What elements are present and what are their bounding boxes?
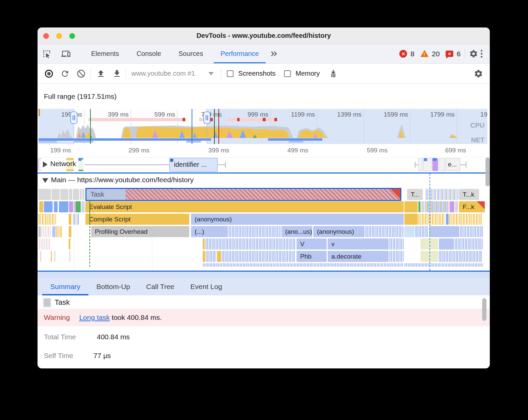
flame-bar-phb[interactable]: Phb <box>296 251 327 262</box>
flame-bar[interactable] <box>69 251 70 262</box>
flame-bar[interactable] <box>429 226 459 237</box>
flame-texture[interactable] <box>425 201 449 212</box>
flame-bar[interactable] <box>82 189 84 200</box>
flame-bar[interactable] <box>69 226 71 237</box>
main-track-header[interactable]: Main — https://www.youtube.com/feed/hist… <box>38 173 490 188</box>
flame-texture[interactable] <box>73 214 79 225</box>
network-request[interactable] <box>423 158 432 171</box>
flame-bar[interactable] <box>217 251 221 262</box>
flame-texture[interactable] <box>460 226 483 237</box>
flame-texture[interactable] <box>39 214 56 225</box>
warning-triangle-icon[interactable] <box>420 50 428 57</box>
flame-texture[interactable] <box>455 238 483 250</box>
flame-bar-v-lower[interactable]: v <box>328 238 389 250</box>
flame-texture[interactable] <box>205 238 296 250</box>
summary-scrollbar[interactable] <box>482 298 486 321</box>
flame-bar[interactable] <box>69 189 72 200</box>
long-task-link[interactable]: Long task <box>79 313 110 322</box>
clear-icon[interactable] <box>76 69 86 78</box>
network-request[interactable] <box>78 158 83 171</box>
timeline-overview[interactable]: 199 ms 399 ms 599 ms 799 ms 999 ms 1199 … <box>39 109 487 144</box>
flame-bar[interactable] <box>39 201 43 212</box>
flame-bar[interactable] <box>446 214 449 225</box>
kebab-menu-icon[interactable] <box>478 50 485 58</box>
flame-bar[interactable] <box>54 251 55 262</box>
flame-bar[interactable] <box>52 226 56 237</box>
flame-bar-anonymous2[interactable]: (anonymous) <box>313 226 365 237</box>
flame-bar[interactable] <box>54 201 58 212</box>
flame-bar-task-selected[interactable]: Task <box>85 188 401 201</box>
flame-bar[interactable] <box>69 214 71 225</box>
zoom-button-icon[interactable] <box>69 33 75 39</box>
flame-texture[interactable] <box>449 214 482 225</box>
tab-summary[interactable]: Summary <box>42 278 88 295</box>
error-circle-icon[interactable]: ✕ <box>399 50 407 58</box>
flame-bar-compile-script[interactable]: Compile Script <box>85 214 189 225</box>
tab-console[interactable]: Console <box>128 44 170 63</box>
network-request[interactable] <box>432 158 438 171</box>
flame-texture[interactable] <box>415 226 428 237</box>
flame-texture[interactable] <box>418 214 445 225</box>
collect-garbage-icon[interactable] <box>329 69 338 78</box>
flame-bar-anonymous[interactable]: (anonymous) <box>191 214 404 225</box>
flame-bar-task-short2[interactable]: T...k <box>459 189 479 200</box>
save-profile-icon[interactable] <box>112 69 122 78</box>
flame-bar[interactable] <box>74 201 75 212</box>
flame-bar-profiling-overhead[interactable]: Profiling Overhead <box>91 226 189 237</box>
flame-bar-ano-us[interactable]: (ano...us) <box>281 226 312 237</box>
flame-bar[interactable] <box>404 226 414 237</box>
flame-texture[interactable] <box>439 251 482 262</box>
flame-texture[interactable] <box>365 226 404 237</box>
flame-bar[interactable] <box>404 214 418 225</box>
network-request[interactable] <box>418 158 422 171</box>
flame-texture[interactable] <box>206 251 216 262</box>
flame-bar-evaluate-script[interactable]: Evaluate Script <box>85 201 404 212</box>
warning-count[interactable]: 20 <box>432 50 440 58</box>
flame-bar[interactable] <box>52 189 60 200</box>
flame-bar[interactable] <box>69 201 73 212</box>
memory-checkbox[interactable]: Memory <box>284 70 320 77</box>
flame-texture[interactable] <box>39 238 51 250</box>
flame-bar[interactable] <box>418 201 420 212</box>
flame-bar[interactable] <box>59 201 68 212</box>
flame-texture[interactable] <box>389 238 404 250</box>
flame-texture[interactable] <box>425 189 436 200</box>
device-toolbar-icon[interactable] <box>61 49 70 58</box>
target-select[interactable]: www.youtube.com #1 <box>131 70 214 77</box>
network-request[interactable]: e... <box>446 158 460 171</box>
tab-elements[interactable]: Elements <box>82 44 128 63</box>
expand-triangle-icon[interactable] <box>42 178 48 183</box>
flame-bar[interactable] <box>44 201 53 212</box>
flame-bar[interactable] <box>203 251 205 262</box>
tab-sources[interactable]: Sources <box>170 44 212 63</box>
tab-bottom-up[interactable]: Bottom-Up <box>88 278 138 295</box>
flame-bar[interactable] <box>39 189 51 200</box>
flame-bar[interactable] <box>39 226 41 237</box>
flame-bar[interactable] <box>60 189 68 200</box>
range-handle-right[interactable] <box>203 112 210 124</box>
flame-bar[interactable] <box>203 238 205 250</box>
flame-bar-f-short[interactable]: F...k <box>459 201 485 212</box>
reload-and-record-icon[interactable] <box>60 69 70 78</box>
capture-settings-gear-icon[interactable] <box>474 69 483 78</box>
flame-texture[interactable] <box>81 201 85 212</box>
flame-bar[interactable] <box>455 201 458 212</box>
flame-bar[interactable] <box>40 251 41 262</box>
flame-texture[interactable] <box>203 263 404 267</box>
flame-texture[interactable] <box>228 226 281 237</box>
tab-performance[interactable]: Performance <box>212 44 268 63</box>
flame-bar[interactable] <box>69 238 70 250</box>
issues-count[interactable]: 6 <box>457 50 461 58</box>
flame-bar[interactable] <box>421 201 424 212</box>
flame-texture[interactable] <box>42 226 52 237</box>
flame-bar[interactable] <box>75 201 81 212</box>
flame-bar-v-upper[interactable]: V <box>296 238 327 250</box>
network-request-identifier[interactable]: identifier ... <box>169 158 218 172</box>
range-handle-left[interactable] <box>70 112 77 124</box>
flame-bar[interactable] <box>439 238 454 250</box>
close-button-icon[interactable] <box>43 33 49 39</box>
issues-bubble-icon[interactable]: ✕ <box>446 51 453 57</box>
flame-texture[interactable] <box>389 251 404 262</box>
flame-bar[interactable] <box>450 201 454 212</box>
screenshots-checkbox[interactable]: Screenshots <box>227 70 275 77</box>
